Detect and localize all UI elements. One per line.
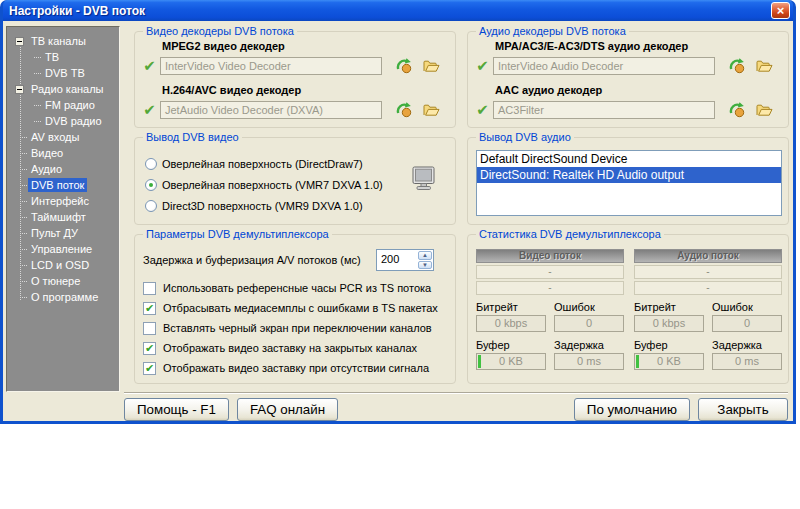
radio-icon [145, 158, 157, 170]
sidebar-tree: ТВ каналыТВDVB ТВРадио каналыFM радиоDVB… [6, 26, 120, 392]
sidebar-item-label: Таймшифт [28, 210, 89, 224]
demux-checkbox-2[interactable]: Вставлять черный экран при переключении … [143, 321, 432, 335]
sidebar-item-label: Управление [28, 242, 95, 256]
checkbox-label: Отображать видео заставку на закрытых ка… [163, 342, 417, 354]
sidebar-item-4[interactable]: FM радио [7, 97, 119, 113]
group-title: Вывод DVB аудио [476, 131, 574, 144]
audio-device-item-0[interactable]: Default DirectSound Device [477, 151, 781, 167]
close-button[interactable]: × [771, 2, 790, 19]
decoder-row: ✔ InterVideo Audio Decoder [472, 56, 782, 75]
sidebar-item-label: DVB ТВ [42, 66, 88, 80]
sidebar-item-13[interactable]: Управление [7, 241, 119, 257]
group-video-decoders: Видео декодеры DVB потока MPEG2 видео де… [134, 31, 456, 128]
errors-value: 0 [554, 315, 624, 332]
titlebar[interactable]: Настройки - DVB поток × [3, 0, 793, 21]
open-folder-button[interactable] [755, 101, 774, 118]
sidebar-item-2[interactable]: DVB ТВ [7, 65, 119, 81]
sidebar-item-5[interactable]: DVB радио [7, 113, 119, 129]
decoder-name-field: JetAudio Video Decoder (DXVA) [160, 101, 382, 119]
errors-label: Ошибок [712, 301, 753, 313]
buffer-label: Буфер [634, 339, 668, 351]
demux-checkbox-4[interactable]: ✔Отображать видео заставку при отсутстви… [143, 361, 429, 375]
sidebar-item-label: DVB радио [42, 114, 105, 128]
select-filter-button[interactable] [727, 101, 746, 118]
stat-column-audio: Аудио поток - - Битрейт Ошибок 0 kbps 0 … [634, 235, 782, 383]
spinner-down-button[interactable]: ▼ [418, 261, 432, 270]
tree-expander-icon[interactable] [15, 85, 24, 94]
defaults-button[interactable]: По умолчанию [574, 398, 690, 421]
stat-info-field: - [634, 265, 782, 279]
bitrate-value: 0 kbps [476, 315, 546, 332]
close-icon: × [777, 4, 785, 17]
sidebar-item-14[interactable]: LCD и OSD [7, 257, 119, 273]
sidebar-item-0[interactable]: ТВ каналы [7, 33, 119, 49]
sidebar-item-3[interactable]: Радио каналы [7, 81, 119, 97]
status-ok-icon: ✔ [139, 57, 160, 75]
select-filter-button[interactable] [394, 57, 413, 74]
settings-window: Настройки - DVB поток × ТВ каналыТВDVB Т… [0, 0, 796, 424]
demux-checkbox-0[interactable]: Использовать референсные часы PCR из TS … [143, 281, 431, 295]
group-title: Вывод DVB видео [143, 131, 242, 144]
delay-value: 0 ms [712, 353, 782, 370]
checkbox-icon: ✔ [143, 342, 156, 355]
sidebar-item-label: DVB поток [28, 178, 87, 192]
arrow-down-icon: ▼ [422, 262, 428, 268]
checkbox-label: Вставлять черный экран при переключении … [163, 322, 432, 334]
decoder-row: ✔ JetAudio Video Decoder (DXVA) [139, 100, 449, 119]
stat-header: Аудио поток [634, 249, 782, 263]
group-audio-decoders: Аудио декодеры DVB потока MPA/AC3/E-AC3/… [467, 31, 789, 128]
select-filter-button[interactable] [394, 101, 413, 118]
delay-input[interactable]: 200 [377, 250, 417, 270]
status-ok-icon: ✔ [139, 101, 160, 119]
checkbox-icon: ✔ [143, 362, 156, 375]
video-output-option-2[interactable]: Direct3D поверхность (VMR9 DXVA 1.0) [145, 198, 363, 214]
delay-spinner[interactable]: 200 ▲ ▼ [376, 249, 434, 271]
button-row: Помощь - F1 FAQ онлайн По умолчанию Закр… [124, 398, 788, 421]
tree-expander-icon[interactable] [15, 37, 24, 46]
sidebar-item-7[interactable]: Видео [7, 145, 119, 161]
errors-label: Ошибок [554, 301, 595, 313]
radio-label: Оверлейная поверхность (VMR7 DXVA 1.0) [162, 179, 383, 191]
stat-info-field: - [476, 265, 624, 279]
sidebar-item-11[interactable]: Таймшифт [7, 209, 119, 225]
group-title: Аудио декодеры DVB потока [476, 25, 629, 38]
stat-header: Видео поток [476, 249, 624, 263]
status-ok-icon: ✔ [472, 57, 493, 75]
sidebar-item-6[interactable]: AV входы [7, 129, 119, 145]
stat-column-video: Видео поток - - Битрейт Ошибок 0 kbps 0 … [476, 235, 624, 383]
demux-checkbox-1[interactable]: ✔Отбрасывать медиасемплы с ошибками в TS… [143, 301, 438, 315]
open-folder-button[interactable] [755, 57, 774, 74]
checkbox-icon [143, 322, 156, 335]
demux-checkbox-3[interactable]: ✔Отображать видео заставку на закрытых к… [143, 341, 417, 355]
close-dialog-button[interactable]: Закрыть [698, 398, 788, 421]
video-output-option-0[interactable]: Оверлейная поверхность (DirectDraw7) [145, 156, 363, 172]
video-output-option-1[interactable]: Оверлейная поверхность (VMR7 DXVA 1.0) [145, 177, 383, 193]
decoder-name-field: InterVideo Video Decoder [160, 57, 382, 75]
bottom-separator [124, 392, 788, 394]
sidebar-item-label: О тюнере [28, 274, 83, 288]
open-folder-button[interactable] [422, 57, 441, 74]
help-button[interactable]: Помощь - F1 [124, 398, 229, 421]
sidebar-item-label: ТВ каналы [28, 34, 89, 48]
sidebar-item-12[interactable]: Пульт ДУ [7, 225, 119, 241]
audio-device-item-1[interactable]: DirectSound: Realtek HD Audio output [477, 167, 781, 183]
arrow-up-icon: ▲ [422, 252, 428, 258]
open-folder-button[interactable] [422, 101, 441, 118]
sidebar-item-1[interactable]: ТВ [7, 49, 119, 65]
audio-device-listbox[interactable]: Default DirectSound DeviceDirectSound: R… [476, 150, 782, 216]
radio-icon [145, 200, 157, 212]
spinner-up-button[interactable]: ▲ [418, 251, 432, 260]
sidebar-item-9[interactable]: DVB поток [7, 177, 119, 193]
monitor-icon [411, 166, 437, 193]
select-filter-button[interactable] [727, 57, 746, 74]
sidebar-item-10[interactable]: Интерфейс [7, 193, 119, 209]
sidebar-item-8[interactable]: Аудио [7, 161, 119, 177]
bitrate-label: Битрейт [476, 301, 518, 313]
sidebar-item-15[interactable]: О тюнере [7, 273, 119, 289]
status-ok-icon: ✔ [472, 101, 493, 119]
errors-value: 0 [712, 315, 782, 332]
faq-button[interactable]: FAQ онлайн [237, 398, 338, 421]
delay-label: Задержка [554, 339, 604, 351]
sidebar-item-label: Пульт ДУ [28, 226, 81, 240]
sidebar-item-16[interactable]: О программе [7, 289, 119, 305]
